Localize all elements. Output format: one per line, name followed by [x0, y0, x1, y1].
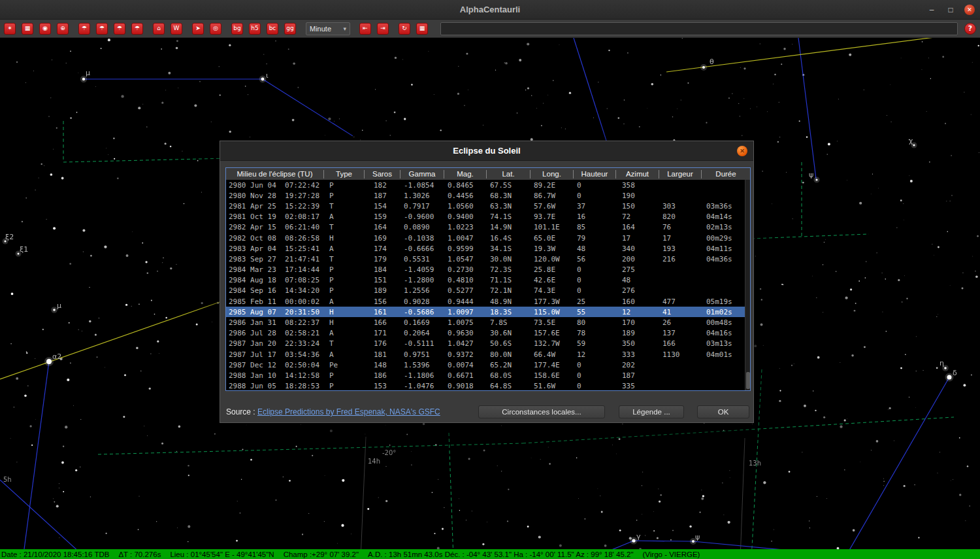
rewind-icon[interactable]: ↻: [399, 23, 410, 35]
calendar-icon[interactable]: ▦: [416, 23, 428, 35]
table-row[interactable]: 2980 Nov 28 19:27:28P1871.30260.445668.3…: [226, 190, 750, 201]
badge-gg-icon[interactable]: gg: [284, 23, 296, 35]
badge-bc-icon[interactable]: bc: [267, 23, 278, 35]
table-row[interactable]: 2985 Feb 11 00:00:02A1560.90280.944448.9…: [226, 296, 750, 307]
table-cell: 59: [574, 339, 616, 348]
column-header[interactable]: Saros: [365, 170, 400, 178]
table-row[interactable]: 2982 Apr 15 06:21:40T1640.08901.022314.9…: [226, 222, 750, 233]
table-row[interactable]: 2988 Jun 05 18:28:53P153-1.04760.901864.…: [226, 381, 750, 390]
table-cell: 0: [574, 276, 616, 284]
column-header[interactable]: Gamma: [400, 170, 444, 178]
table-cell: -0.5111: [400, 339, 444, 348]
target-icon[interactable]: ⊕: [57, 23, 69, 35]
star[interactable]: [947, 375, 952, 380]
status-segment: (Virgo - VIERGE): [642, 551, 700, 558]
eclipse-icon[interactable]: ☂: [78, 23, 90, 35]
table-row[interactable]: 2984 Aug 18 07:08:25P151-1.28000.481071.…: [226, 275, 750, 286]
table-row[interactable]: 2983 Apr 04 15:25:41A174-0.66660.959934.…: [226, 243, 750, 254]
toolbar-search-input[interactable]: [440, 22, 958, 35]
galaxy-icon[interactable]: ☂: [131, 23, 143, 35]
badge-h5-icon[interactable]: h5: [249, 23, 261, 35]
table-cell: 303: [659, 202, 702, 211]
new-chart-icon[interactable]: ✶: [4, 23, 16, 35]
star[interactable]: [82, 78, 85, 80]
table-cell: 30.6N: [487, 329, 531, 337]
comet-icon[interactable]: ➤: [192, 23, 204, 35]
table-row[interactable]: 2981 Apr 25 15:22:39T1540.79171.056063.3…: [226, 201, 750, 211]
window-titlebar[interactable]: AlphaCentaurli – □ ✕: [0, 0, 980, 20]
dialog-close-button[interactable]: ✕: [737, 146, 747, 156]
badge-bg-icon[interactable]: bg: [231, 23, 243, 35]
dialog-titlebar[interactable]: Eclipse du Soleil ✕: [220, 141, 753, 161]
star[interactable]: [692, 540, 694, 543]
table-cell: 275: [616, 265, 659, 274]
scrollbar-thumb[interactable]: [746, 372, 750, 389]
table-cell: 72.3S: [487, 265, 531, 274]
star[interactable]: [261, 78, 265, 81]
local-circumstances-button[interactable]: Circonstances locales...: [478, 405, 605, 418]
table-row[interactable]: 2986 Jul 28 02:58:21A1710.20640.963030.6…: [226, 328, 750, 339]
ok-button[interactable]: OK: [697, 405, 749, 418]
table-cell: 48: [616, 276, 659, 284]
table-scrollbar[interactable]: [745, 180, 750, 390]
table-cell: 1.5396: [400, 361, 444, 369]
table-row[interactable]: 2983 Sep 27 21:47:41T1790.55311.054730.0…: [226, 254, 750, 264]
table-row[interactable]: 2985 Aug 07 20:31:50H161-0.56861.009718.…: [226, 307, 750, 317]
table-cell: 72: [616, 212, 659, 221]
time-step-select[interactable]: Minute ▾: [306, 22, 350, 35]
table-row[interactable]: 2987 Jan 20 22:33:24T176-0.51111.042750.…: [226, 339, 750, 349]
star[interactable]: [913, 144, 915, 146]
status-segment: Lieu : 01°45'54" E - 49°41'45"N: [170, 551, 274, 558]
table-cell: 276: [616, 286, 659, 295]
table-row[interactable]: 2988 Jan 10 14:12:58P186-1.18060.667168.…: [226, 370, 750, 381]
legend-button[interactable]: Légende ...: [619, 405, 684, 418]
table-row[interactable]: 2984 Sep 16 14:34:20P1891.25560.527772.1…: [226, 286, 750, 296]
table-cell: 56: [574, 255, 616, 263]
maximize-button[interactable]: □: [945, 5, 956, 14]
sky-chart[interactable]: μιθψχξ2ξ1μα2ηδγψ14h-20°13h5h Eclipse du …: [0, 38, 980, 549]
search-sky-icon[interactable]: ◎: [210, 23, 221, 35]
table-cell: 171: [365, 329, 400, 337]
help-icon[interactable]: ?: [964, 23, 976, 35]
table-row[interactable]: 2980 Jun 04 07:22:42P182-1.08540.846567.…: [226, 180, 750, 190]
close-button[interactable]: ✕: [964, 5, 975, 15]
table-row[interactable]: 2987 Jul 17 03:54:36A1810.97510.937280.0…: [226, 349, 750, 360]
star[interactable]: [815, 178, 817, 180]
star[interactable]: [944, 367, 947, 369]
table-cell: 73.5E: [531, 318, 574, 327]
column-header[interactable]: Long.: [531, 170, 574, 178]
table-row[interactable]: 2986 Jan 31 08:22:37H1660.16691.00757.8S…: [226, 317, 750, 328]
table-cell: 0.2730: [444, 265, 487, 274]
column-header[interactable]: Hauteur: [574, 170, 616, 178]
star[interactable]: [702, 66, 705, 69]
star[interactable]: [53, 309, 56, 311]
column-header[interactable]: Milieu de l'éclipse (TU): [226, 170, 324, 178]
table-row[interactable]: 2981 Oct 19 02:08:17A159-0.96000.940074.…: [226, 212, 750, 222]
column-header[interactable]: Type: [324, 170, 365, 178]
table-cell: A: [324, 329, 365, 337]
print-icon[interactable]: ▦: [22, 23, 33, 35]
table-row[interactable]: 2982 Oct 08 08:26:58H169-0.10381.004716.…: [226, 233, 750, 243]
column-header[interactable]: Azimut: [616, 170, 659, 178]
step-forward-icon[interactable]: ⇥: [377, 23, 389, 35]
globe-icon[interactable]: ◉: [39, 23, 51, 35]
star[interactable]: [46, 359, 52, 364]
horizon-icon[interactable]: ☂: [96, 23, 108, 35]
step-back-icon[interactable]: ⇤: [359, 23, 371, 35]
table-row[interactable]: 2984 Mar 23 17:14:44P184-1.40590.273072.…: [226, 265, 750, 275]
source-link[interactable]: Eclipse Predictions by Fred Espenak, NAS…: [257, 407, 440, 416]
minimize-button[interactable]: –: [926, 5, 937, 14]
table-cell: P: [324, 265, 365, 274]
table-row[interactable]: 2987 Dec 12 02:50:04Pe1481.53960.007465.…: [226, 360, 750, 370]
star[interactable]: [632, 539, 635, 542]
table-cell: 1.0047: [444, 234, 487, 243]
column-header[interactable]: Largeur: [659, 170, 702, 178]
column-header[interactable]: Durée: [702, 170, 750, 178]
star-label: θ: [710, 58, 714, 66]
ecliptic-icon[interactable]: ☂: [114, 23, 125, 35]
home-icon[interactable]: ⌂: [153, 23, 165, 35]
column-header[interactable]: Mag.: [444, 170, 487, 178]
wide-field-icon[interactable]: W: [171, 23, 182, 35]
source-label: Source :: [226, 407, 255, 416]
column-header[interactable]: Lat.: [487, 170, 531, 178]
